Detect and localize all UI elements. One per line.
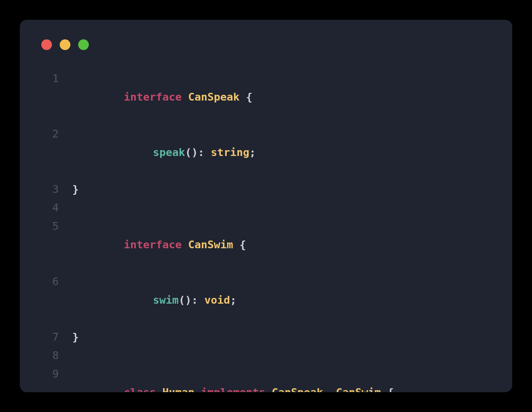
paren-open: ( xyxy=(185,146,191,158)
brace-open: { xyxy=(239,239,246,251)
line-number: 8 xyxy=(34,346,59,365)
brace-open: { xyxy=(387,386,394,392)
line-number: 1 xyxy=(34,69,59,88)
line-number: 9 xyxy=(34,365,59,383)
line-number: 3 xyxy=(34,180,59,199)
type-name: CanSwim xyxy=(336,386,381,392)
line-number: 5 xyxy=(34,217,59,236)
code-line: 1 interface CanSpeak { xyxy=(34,69,498,125)
paren-close: ) xyxy=(191,146,198,158)
keyword-implements: implements xyxy=(201,386,265,392)
code-line: 3 } xyxy=(34,180,498,199)
paren-close: ) xyxy=(185,294,191,306)
window-close-button[interactable] xyxy=(41,39,52,50)
keyword-class: class xyxy=(124,386,156,392)
line-number: 4 xyxy=(34,199,59,217)
builtin-type: void xyxy=(204,294,230,306)
colon: : xyxy=(191,294,198,306)
type-name: CanSpeak xyxy=(272,386,323,392)
method-name: speak xyxy=(153,146,185,158)
code-line: 6 swim(): void; xyxy=(34,273,498,328)
comma: , xyxy=(323,386,330,392)
type-name: CanSwim xyxy=(188,239,233,251)
brace-open: { xyxy=(246,91,252,103)
code-window: 1 interface CanSpeak { 2 speak(): string… xyxy=(20,20,512,392)
paren-open: ( xyxy=(179,294,185,306)
type-name: Human xyxy=(162,386,194,392)
brace-close: } xyxy=(72,183,79,195)
keyword-interface: interface xyxy=(124,239,182,251)
window-traffic-lights xyxy=(41,39,89,50)
type-name: CanSpeak xyxy=(188,91,239,103)
brace-close: } xyxy=(72,331,79,343)
code-line: 9 class Human implements CanSpeak, CanSw… xyxy=(34,365,498,392)
code-line: 5 interface CanSwim { xyxy=(34,217,498,273)
semicolon: ; xyxy=(230,294,236,306)
colon: : xyxy=(198,146,204,158)
code-line: 2 speak(): string; xyxy=(34,125,498,180)
window-zoom-button[interactable] xyxy=(78,39,89,50)
window-minimize-button[interactable] xyxy=(60,39,70,50)
line-number: 2 xyxy=(34,125,59,143)
code-line: 7 } xyxy=(34,328,498,346)
builtin-type: string xyxy=(211,146,249,158)
code-editor[interactable]: 1 interface CanSpeak { 2 speak(): string… xyxy=(34,69,498,392)
line-number: 7 xyxy=(34,328,59,346)
semicolon: ; xyxy=(249,146,256,158)
keyword-interface: interface xyxy=(124,91,182,103)
line-number: 6 xyxy=(34,273,59,291)
code-line: 8 xyxy=(34,346,498,365)
code-line: 4 xyxy=(34,199,498,217)
method-name: swim xyxy=(153,294,179,306)
